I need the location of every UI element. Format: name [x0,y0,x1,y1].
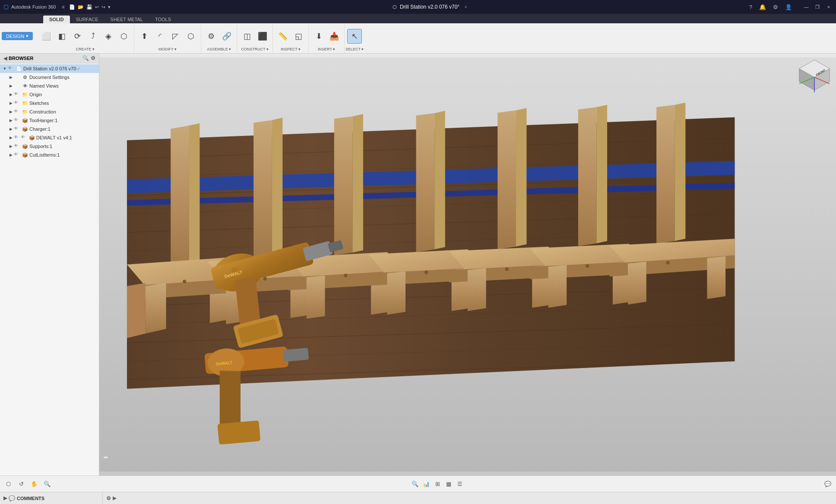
construct-section-label[interactable]: CONSTRUCT ▾ [241,47,269,51]
settings-icon[interactable]: ⚙ [773,4,778,10]
tree-item-sketches[interactable]: ▶ 👁 📁 Sketches [0,99,99,107]
viewport[interactable]: DeWALT DeWALT [99,54,836,476]
tab-solid[interactable]: SOLID [43,16,70,23]
supports-visibility[interactable]: 👁 [14,143,20,149]
notification-icon[interactable]: 🔔 [759,4,766,10]
sketches-visibility[interactable]: 👁 [14,100,20,106]
charger-visibility[interactable]: 👁 [14,126,20,132]
help-icon[interactable]: ? [749,4,752,10]
sketches-toggle[interactable]: ▶ [8,100,14,106]
comments-expand-icon[interactable]: ▶ [3,495,7,501]
supports-toggle[interactable]: ▶ [8,143,14,149]
inspect-section-label[interactable]: INSPECT ▾ [281,47,301,51]
doc-settings-toggle[interactable]: ▶ [8,74,14,80]
close-button[interactable]: × [825,3,833,11]
tree-item-named-views[interactable]: ▶ 👁 Named Views [0,82,99,90]
tree-item-charger[interactable]: ▶ 👁 📦 Charger:1 [0,125,99,133]
svg-marker-30 [675,103,686,241]
insert-derive-btn[interactable]: ⬇ [311,29,326,44]
construct-offset-plane-btn[interactable]: ◫ [240,29,254,44]
tree-item-origin[interactable]: ▶ 👁 📁 Origin [0,90,99,99]
redo-btn[interactable]: ↪ [101,4,105,10]
root-visibility-icon[interactable]: 👁 [8,66,14,72]
comments-collapse-icon[interactable]: ▶ [113,495,116,501]
comments-settings-icon[interactable]: ⚙ [106,495,111,501]
origin-visibility[interactable]: 👁 [14,91,20,98]
design-dropdown[interactable]: DESIGN ▾ [2,32,33,40]
inspect-section-btn[interactable]: ◱ [291,29,306,44]
comments-right-section: ⚙ ▶ [103,495,116,501]
assemble-rigid-btn[interactable]: 🔗 [219,29,234,44]
svg-marker-29 [656,105,675,244]
inspect-measure-btn[interactable]: 📏 [276,29,290,44]
svg-point-64 [505,267,509,271]
browser-settings-icon[interactable]: ⚙ [91,55,95,61]
insert-section-label[interactable]: INSERT ▾ [318,47,335,51]
modify-section-label[interactable]: MODIFY ▾ [158,47,177,51]
maximize-button[interactable]: ❐ [814,3,821,11]
tab-sheet-metal[interactable]: SHEET METAL [104,16,149,23]
create-box-btn[interactable]: ⬜ [39,29,54,44]
view-zoom-out-btn[interactable]: 🔍 [410,479,420,489]
origin-toggle[interactable]: ▶ [8,91,14,98]
browser-search-icon[interactable]: 🔍 [82,55,89,61]
cutlist-visibility[interactable]: 👁 [14,152,20,158]
tree-item-supports[interactable]: ▶ 👁 📦 Supports:1 [0,142,99,151]
tree-item-cutlistitems[interactable]: ▶ 👁 📦 CutListItems:1 [0,151,99,159]
view-cube[interactable]: FRONT [797,58,832,92]
orbit-btn[interactable]: ↺ [16,479,26,489]
dewalt-visibility-2[interactable]: 👁 [21,135,27,141]
title-close-icon[interactable]: × [465,4,467,9]
create-sweep-btn[interactable]: ⤴ [86,29,100,44]
zoom-btn[interactable]: 🔍 [42,479,52,489]
comments-right-btn[interactable]: 💬 [823,479,833,489]
construction-visibility[interactable]: 👁 [14,109,20,115]
fit-view-btn[interactable]: ⬡ [3,479,13,489]
browser-collapse-icon[interactable]: ◀ [3,56,7,61]
assemble-section-label[interactable]: ASSEMBLE ▾ [207,47,231,51]
tab-surface[interactable]: SURFACE [70,16,104,23]
tree-item-dewalt[interactable]: ▶ 👁 👁 📦 DEWALT v1 v4:1 [0,133,99,142]
quick-access-new[interactable]: 📄 [69,4,75,10]
display-settings-btn[interactable]: 📊 [421,479,431,489]
construct-midplane-btn[interactable]: ⬛ [255,29,270,44]
tree-item-doc-settings[interactable]: ▶ ⚙ Document Settings [0,73,99,82]
create-extrude-btn[interactable]: ◧ [54,29,69,44]
quick-access-save[interactable]: 💾 [86,4,92,10]
menu-icon-file[interactable]: ≡ [62,4,64,9]
user-icon[interactable]: 👤 [785,4,792,10]
tree-root-item[interactable]: ▼ 👁 📄 Drill Station v2.0 076 v70 ✓ [0,64,99,73]
create-section-label[interactable]: CREATE ▾ [76,47,95,51]
svg-rect-78 [282,348,309,362]
tree-item-construction[interactable]: ▶ 👁 📁 Construction [0,107,99,116]
undo-btn[interactable]: ↩ [95,4,99,10]
named-views-toggle[interactable]: ▶ [8,83,14,89]
root-toggle[interactable]: ▼ [2,66,8,72]
minimize-button[interactable]: — [802,3,810,11]
modify-press-pull-btn[interactable]: ⬆ [137,29,152,44]
environment-btn[interactable]: ☰ [455,479,465,489]
modify-chamfer-btn[interactable]: ◸ [168,29,183,44]
dewalt-toggle[interactable]: ▶ [8,135,14,141]
tree-item-toolhanger[interactable]: ▶ 👁 📦 ToolHanger:1 [0,116,99,125]
modify-shell-btn[interactable]: ⬡ [184,29,198,44]
cutlist-toggle[interactable]: ▶ [8,152,14,158]
grid-toggle-btn[interactable]: ⊞ [433,479,442,489]
create-revolve-btn[interactable]: ⟳ [70,29,85,44]
create-loft-btn[interactable]: ◈ [101,29,116,44]
assemble-joint-btn[interactable]: ⚙ [204,29,218,44]
dewalt-visibility-1[interactable]: 👁 [14,135,20,141]
construction-toggle[interactable]: ▶ [8,109,14,115]
toolhanger-toggle[interactable]: ▶ [8,117,14,123]
insert-svg-btn[interactable]: 📥 [327,29,342,44]
tab-tools[interactable]: TOOLS [149,16,177,23]
quick-access-open[interactable]: 📂 [78,4,84,10]
create-more-btn[interactable]: ⬡ [117,29,131,44]
pan-btn[interactable]: ✋ [29,479,39,489]
select-cursor-btn[interactable]: ↖ [347,29,362,44]
visual-style-btn[interactable]: ▦ [444,479,453,489]
select-section-label[interactable]: SELECT ▾ [345,47,364,51]
charger-toggle[interactable]: ▶ [8,126,14,132]
modify-fillet-btn[interactable]: ◜ [152,29,167,44]
toolhanger-visibility[interactable]: 👁 [14,117,20,123]
